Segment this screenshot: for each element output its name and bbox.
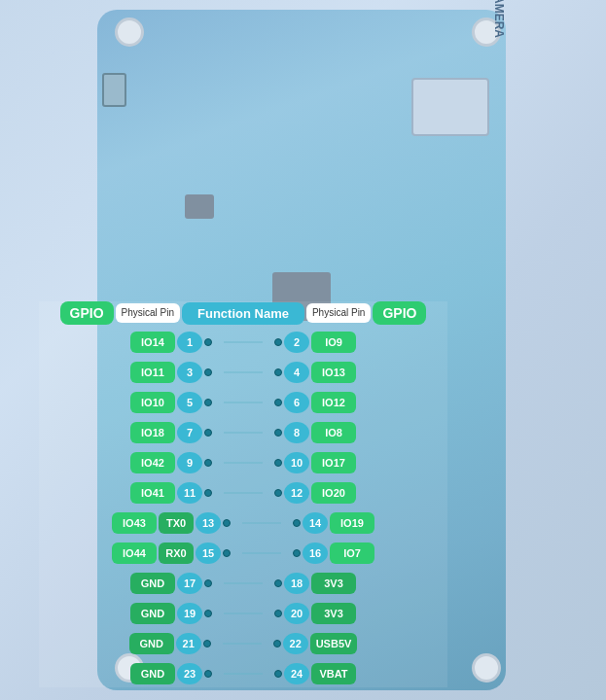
center-line [224, 673, 263, 675]
gpio-label-left: GND [130, 603, 175, 624]
center-line [224, 612, 263, 614]
connector-dot-right [274, 459, 282, 467]
pin-row: GND 23 24 VBAT [39, 660, 447, 687]
pin-number-left: 9 [177, 452, 202, 473]
center-line [224, 402, 263, 403]
gpio-label-right: IO17 [311, 452, 356, 473]
gpio-label-left: IO14 [130, 332, 175, 353]
pin-number-right: 4 [284, 362, 309, 383]
center-line [224, 462, 263, 464]
gpio-label-left: GND [130, 573, 175, 594]
center-gap [214, 582, 272, 584]
pin-row: IO14 1 2 IO9 [39, 329, 447, 356]
center-gap [214, 612, 272, 614]
center-gap [232, 522, 291, 524]
center-line [224, 492, 263, 494]
connector-dot-left [204, 579, 212, 587]
header-function-name: Function Name [182, 302, 304, 325]
center-gap [214, 341, 272, 343]
center-gap [214, 673, 272, 675]
gpio-label-right: 3V3 [311, 603, 356, 624]
pin-row: GND 19 20 3V3 [39, 600, 447, 627]
pin-row: IO41 11 12 IO20 [39, 479, 447, 507]
corner-circle-br [472, 653, 501, 682]
header-right-gpio: GPIO [373, 301, 426, 325]
pin-number-left: 19 [177, 603, 202, 624]
pin-table: GPIO Physical Pin Function Name Physical… [39, 301, 447, 687]
chip2 [185, 194, 214, 219]
gpio-label-right: IO9 [311, 332, 356, 353]
connector-dot-left [203, 640, 211, 648]
connector-dot-left [204, 429, 212, 437]
gpio-label-left: IO10 [130, 392, 175, 413]
center-line [224, 371, 263, 373]
pin-number-right: 6 [284, 392, 309, 413]
pin-number-left: 5 [177, 392, 202, 413]
usb-port [102, 73, 126, 107]
connector-dot-left [204, 610, 212, 617]
header-right-physical: Physical Pin [306, 303, 371, 323]
connector-dot-right [293, 549, 301, 557]
connector-dot-left [204, 338, 212, 346]
center-line [223, 643, 262, 645]
pin-row: GND 17 18 3V3 [39, 570, 447, 597]
connector-dot-left [223, 549, 231, 557]
pin-row: IO10 5 6 IO12 [39, 389, 447, 416]
connector-dot-left [204, 399, 212, 406]
pin-number-right: 22 [283, 633, 308, 654]
pin-number-left: 7 [177, 422, 202, 443]
gpio-label-left: IO43 [112, 512, 157, 534]
center-gap [213, 643, 271, 645]
center-line [224, 341, 263, 343]
header-left-gpio: GPIO [60, 301, 114, 325]
gpio-label-right: IO7 [330, 542, 374, 564]
connector-dot-right [274, 368, 282, 376]
gpio-label-right: IO19 [330, 512, 374, 534]
center-gap [214, 462, 272, 464]
pin-number-left: 15 [196, 542, 221, 564]
gpio-label-right: IO13 [311, 362, 356, 383]
pin-number-left: 23 [177, 663, 202, 684]
pins-area: IO14 1 2 IO9 IO11 3 4 IO13 IO10 5 6 IO1 [39, 329, 447, 687]
connector-dot-left [204, 670, 212, 678]
header-left-physical: Physical Pin [116, 303, 180, 323]
center-line [224, 582, 263, 584]
pin-number-right: 2 [284, 332, 309, 353]
camera-label: CAMERA [492, 0, 506, 38]
center-line [224, 432, 263, 434]
gpio-label-right: VBAT [311, 663, 356, 684]
connector-dot-right [274, 489, 282, 497]
pin-number-right: 18 [284, 573, 309, 594]
connector-dot-left [204, 489, 212, 497]
pin-row: IO44 RX0 15 16 IO7 [39, 540, 447, 567]
pin-number-left: 17 [177, 573, 202, 594]
center-gap [214, 492, 272, 494]
gpio-label-right: 3V3 [311, 573, 356, 594]
gpio-label-left: IO18 [130, 422, 175, 443]
corner-circle-tl [115, 18, 144, 47]
connector-dot-right [274, 670, 282, 678]
connector-dot-left [204, 459, 212, 467]
pin-table-header: GPIO Physical Pin Function Name Physical… [39, 301, 447, 325]
fn-label-left: TX0 [159, 512, 194, 534]
pin-number-right: 24 [284, 663, 309, 684]
connector-dot-right [274, 399, 282, 406]
connector-dot-right [274, 338, 282, 346]
gpio-label-left: IO42 [130, 452, 175, 473]
pin-row: IO42 9 10 IO17 [39, 449, 447, 476]
gpio-label-left: IO41 [130, 482, 175, 504]
pin-row: IO18 7 8 IO8 [39, 419, 447, 446]
center-line [242, 552, 281, 554]
pin-row: IO11 3 4 IO13 [39, 359, 447, 386]
pin-number-right: 8 [284, 422, 309, 443]
gpio-label-right: IO8 [311, 422, 356, 443]
pin-number-left: 1 [177, 332, 202, 353]
connector-dot-right [273, 640, 281, 648]
pin-number-left: 11 [177, 482, 202, 504]
fn-label-left: RX0 [159, 542, 194, 564]
pin-number-left: 3 [177, 362, 202, 383]
gpio-label-right: IO20 [311, 482, 356, 504]
gpio-label-right: IO12 [311, 392, 356, 413]
connector-dot-left [204, 368, 212, 376]
pin-number-right: 16 [303, 542, 328, 564]
